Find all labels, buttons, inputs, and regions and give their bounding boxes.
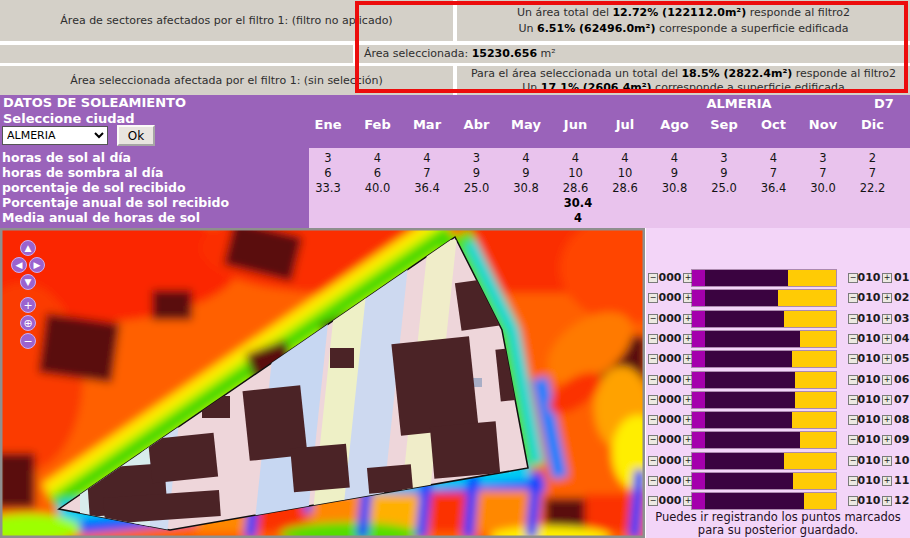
sun-table-cell: 30.8	[650, 181, 700, 195]
max-increment-icon[interactable]: +	[882, 456, 892, 466]
bar-row: −000+−010+12	[646, 493, 910, 510]
bar-sun-segment	[793, 473, 836, 489]
zoom-out-icon[interactable]: −	[20, 333, 36, 349]
max-value: 010	[856, 474, 882, 487]
min-value: 000	[657, 373, 683, 386]
sun-hours-bar[interactable]	[692, 270, 836, 286]
max-increment-icon[interactable]: +	[882, 293, 892, 303]
right-panel: Puedes ir registrando los puntos marcado…	[646, 228, 910, 538]
max-value: 010	[856, 312, 882, 325]
min-value: 000	[657, 352, 683, 365]
bar-handle[interactable]	[692, 270, 705, 286]
annual-percent-value: 30.4	[553, 196, 603, 210]
city-select[interactable]: ALMERIA	[2, 126, 108, 145]
bar-sun-segment	[795, 372, 836, 388]
bar-sun-segment	[792, 412, 836, 428]
bar-shadow-segment	[705, 311, 784, 327]
zoom-extent-icon[interactable]: ⊕	[20, 315, 36, 331]
bar-shadow-segment	[705, 290, 778, 306]
month-header: Ago	[650, 117, 700, 132]
sun-hours-bar[interactable]	[692, 432, 836, 448]
ok-button[interactable]: Ok	[117, 125, 155, 146]
month-header: Feb	[353, 117, 403, 132]
bar-handle[interactable]	[692, 311, 705, 327]
app-window: Área de sectores afectados por el filtro…	[0, 0, 910, 538]
month-header: May	[501, 117, 551, 132]
month-header: Sep	[699, 117, 749, 132]
filter1-selection-label: Área seleccionada afectada por el filtro…	[0, 66, 453, 95]
bar-sun-segment	[784, 453, 836, 469]
sun-table-cell: 25.0	[452, 181, 502, 195]
bar-handle[interactable]	[692, 412, 705, 428]
month-number: 09	[894, 433, 910, 446]
sun-table-cell: 3	[452, 151, 502, 165]
month-number: 10	[894, 454, 910, 467]
min-value: 000	[657, 433, 683, 446]
sun-table-cell: 36.4	[402, 181, 452, 195]
sun-hours-bar[interactable]	[692, 392, 836, 408]
bar-sun-segment	[795, 392, 836, 408]
bar-handle[interactable]	[692, 372, 705, 388]
sun-hours-bar[interactable]	[692, 453, 836, 469]
sun-data-panel: DATOS DE SOLEAMIENTO Seleccione ciudad A…	[0, 95, 910, 228]
result-line: Un 17.1% (2606.4m²) corresponde a superf…	[457, 81, 910, 95]
max-value: 010	[856, 332, 882, 345]
solar-map[interactable]	[0, 228, 645, 538]
sun-hours-bar[interactable]	[692, 290, 836, 306]
pan-right-icon[interactable]: ▶	[29, 257, 45, 273]
max-increment-icon[interactable]: +	[882, 435, 892, 445]
bar-shadow-segment	[705, 453, 784, 469]
sun-table-cell: 4	[650, 151, 700, 165]
sun-table-cell: 9	[699, 166, 749, 180]
bar-row: −000+−010+08	[646, 412, 910, 429]
max-increment-icon[interactable]: +	[882, 334, 892, 344]
current-city: ALMERIA	[699, 96, 779, 111]
sun-hours-bar[interactable]	[692, 372, 836, 388]
zoom-in-icon[interactable]: +	[20, 297, 36, 313]
bar-row: −000+−010+02	[646, 290, 910, 307]
selected-area-value: Área seleccionada: 15230.656 m²	[357, 45, 910, 63]
month-number: 08	[894, 413, 910, 426]
max-increment-icon[interactable]: +	[882, 395, 892, 405]
min-value: 000	[657, 474, 683, 487]
sun-hours-bar[interactable]	[692, 351, 836, 367]
sun-hours-bar[interactable]	[692, 493, 836, 509]
max-increment-icon[interactable]: +	[882, 354, 892, 364]
bar-handle[interactable]	[692, 351, 705, 367]
month-header: Nov	[798, 117, 848, 132]
pan-up-icon[interactable]: ▲	[20, 240, 36, 256]
bar-handle[interactable]	[692, 331, 705, 347]
row-label-annual-percent: Porcentaje anual de sol recibido	[2, 195, 229, 210]
bar-handle[interactable]	[692, 453, 705, 469]
bar-sun-segment	[804, 493, 836, 509]
max-increment-icon[interactable]: +	[882, 273, 892, 283]
min-value: 000	[657, 271, 683, 284]
bar-shadow-segment	[705, 331, 800, 347]
max-increment-icon[interactable]: +	[882, 415, 892, 425]
month-header: Mar	[402, 117, 452, 132]
pan-left-icon[interactable]: ◀	[11, 257, 27, 273]
result-line: Para el área seleccionada un total del 1…	[457, 67, 910, 81]
max-increment-icon[interactable]: +	[882, 476, 892, 486]
bar-handle[interactable]	[692, 432, 705, 448]
max-increment-icon[interactable]: +	[882, 375, 892, 385]
bar-handle[interactable]	[692, 493, 705, 509]
max-increment-icon[interactable]: +	[882, 314, 892, 324]
sun-table-cell: 9	[650, 166, 700, 180]
bar-handle[interactable]	[692, 392, 705, 408]
bar-handle[interactable]	[692, 290, 705, 306]
note-line: para su posterior guardado.	[646, 523, 910, 537]
bar-handle[interactable]	[692, 473, 705, 489]
month-header: Jun	[551, 117, 601, 132]
bar-shadow-segment	[705, 493, 804, 509]
pan-down-icon[interactable]: ▼	[20, 274, 36, 290]
min-value: 000	[657, 312, 683, 325]
sun-hours-bar[interactable]	[692, 331, 836, 347]
sun-hours-bar[interactable]	[692, 311, 836, 327]
note-line: Puedes ir registrando los puntos marcado…	[646, 510, 910, 524]
max-increment-icon[interactable]: +	[882, 496, 892, 506]
max-value: 010	[856, 352, 882, 365]
sun-hours-bar[interactable]	[692, 473, 836, 489]
sun-table-cell: 10	[600, 166, 650, 180]
sun-hours-bar[interactable]	[692, 412, 836, 428]
